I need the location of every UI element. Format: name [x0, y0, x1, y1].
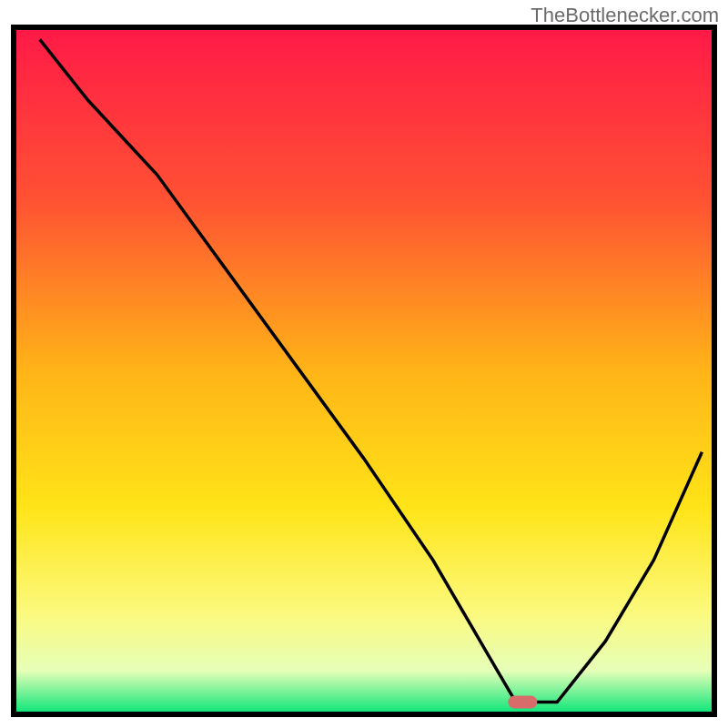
- gradient-background: [16, 30, 712, 712]
- attribution-watermark: TheBottlenecker.com: [531, 4, 719, 27]
- optimal-marker: [508, 696, 537, 709]
- chart-container: TheBottlenecker.com: [0, 0, 728, 728]
- bottleneck-chart: [0, 0, 728, 728]
